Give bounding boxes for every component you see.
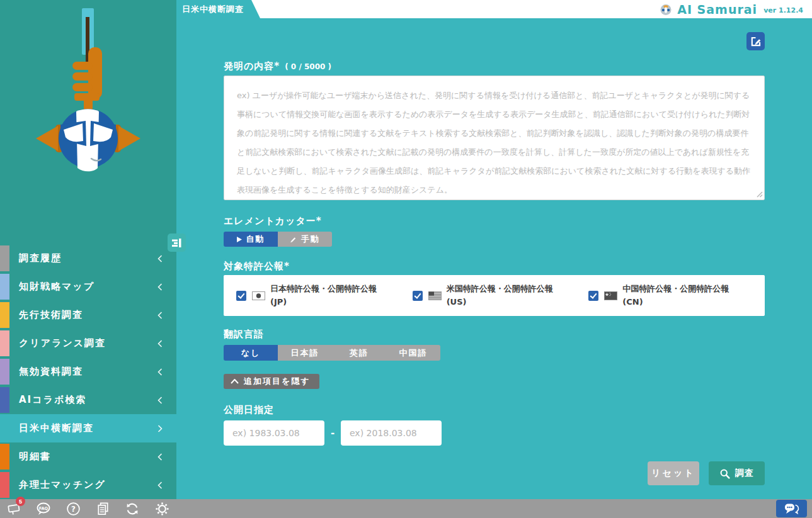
publication-option-cn[interactable]: 中国特許公報・公開特許公報 (CN) <box>588 283 765 308</box>
samurai-mascot-illustration <box>0 0 176 208</box>
sidebar-item-label: クリアランス調査 <box>19 337 106 349</box>
chat-support-button[interactable] <box>776 500 807 517</box>
chevron-left-icon <box>157 283 163 291</box>
publication-option-text: 米国特許公報・公開特許公報 (US) <box>447 283 553 308</box>
footer-bar: 5 FAQ ? <box>0 499 812 518</box>
target-publications-label: 対象特許公報* <box>224 261 290 272</box>
jp-flag-icon <box>252 291 265 300</box>
svg-text:?: ? <box>71 504 76 513</box>
active-page-tab[interactable]: 日米中横断調査 <box>176 0 260 18</box>
sidebar-item-attorney-matching[interactable]: 弁理士マッチング <box>0 471 176 499</box>
sidebar-item-ai-collab-search[interactable]: AIコラボ検索 <box>0 386 176 414</box>
element-cutter-toggle: 自動 手動 <box>224 232 765 247</box>
play-icon <box>237 237 242 242</box>
invention-section-header: 発明の内容*( 0 / 5000 ) <box>224 60 765 72</box>
element-cutter-auto-button[interactable]: 自動 <box>224 232 278 247</box>
translation-label: 翻訳言語 <box>224 329 264 340</box>
target-publications-section-header: 対象特許公報* <box>224 260 765 273</box>
us-flag-icon <box>428 291 442 300</box>
category-color-bar <box>0 415 9 441</box>
sidebar-item-invalidation-search[interactable]: 無効資料調査 <box>0 358 176 386</box>
chevron-right-icon <box>157 425 163 432</box>
category-color-bar <box>0 302 9 328</box>
edit-compose-icon <box>750 36 762 47</box>
jp-checkbox[interactable] <box>236 291 246 301</box>
sidebar-item-label: 弁理士マッチング <box>19 479 106 491</box>
collapse-menu-icon <box>171 238 182 248</box>
category-color-bar <box>0 359 9 385</box>
cn-checkbox[interactable] <box>588 291 598 301</box>
documents-icon <box>96 502 110 516</box>
translation-japanese-button[interactable]: 日本語 <box>278 345 332 361</box>
sidebar-item-label: 知財戦略マップ <box>19 281 94 293</box>
sidebar-item-prior-art-search[interactable]: 先行技術調査 <box>0 301 176 329</box>
search-button[interactable]: 調査 <box>709 461 765 485</box>
main-area: 日米中横断調査 AI Samurai ver 1.12.4 <box>176 0 812 499</box>
category-color-bar <box>0 472 9 498</box>
gear-icon <box>155 502 169 516</box>
category-color-bar <box>0 245 9 271</box>
sidebar-item-label: AIコラボ検索 <box>19 394 86 406</box>
date-to-input[interactable] <box>341 420 442 446</box>
chevron-left-icon <box>157 453 163 461</box>
sidebar-item-ip-strategy-map[interactable]: 知財戦略マップ <box>0 273 176 301</box>
help-button[interactable]: ? <box>66 501 81 516</box>
category-color-bar <box>0 387 9 413</box>
refresh-icon <box>125 502 140 516</box>
ai-samurai-logo-icon <box>660 3 672 16</box>
refresh-button[interactable] <box>125 501 140 516</box>
translation-chinese-button[interactable]: 中国語 <box>386 345 440 361</box>
sidebar-item-clearance-search[interactable]: クリアランス調査 <box>0 329 176 358</box>
element-cutter-manual-button[interactable]: 手動 <box>278 232 332 247</box>
sidebar-item-survey-history[interactable]: 調査履歴 <box>0 244 176 273</box>
sidebar-item-label: 無効資料調査 <box>19 366 83 378</box>
publication-option-us[interactable]: 米国特許公報・公開特許公報 (US) <box>413 283 589 308</box>
sidebar-collapse-button[interactable] <box>168 234 186 252</box>
sidebar-item-jp-us-cn-cross-search[interactable]: 日米中横断調査 <box>0 414 176 442</box>
chevron-left-icon <box>157 340 163 347</box>
notice-board-button[interactable]: 5 <box>6 501 21 516</box>
svg-text:FAQ: FAQ <box>39 505 49 510</box>
publication-date-range: - <box>224 420 765 446</box>
footer-icon-group: 5 FAQ ? <box>0 501 176 516</box>
faq-icon: FAQ <box>36 502 51 516</box>
help-icon: ? <box>66 502 81 516</box>
chevron-left-icon <box>157 368 163 376</box>
invention-textarea-wrap <box>224 76 765 200</box>
translation-english-button[interactable]: 英語 <box>332 345 386 361</box>
translation-none-button[interactable]: なし <box>224 345 278 361</box>
element-cutter-label: エレメントカッター* <box>224 215 322 227</box>
search-form: 発明の内容*( 0 / 5000 ) エレメントカッター* 自動 <box>176 18 812 499</box>
char-counter: ( 0 / 5000 ) <box>285 62 331 71</box>
documents-button[interactable] <box>95 501 110 516</box>
date-from-input[interactable] <box>224 420 324 446</box>
hide-extra-items-button[interactable]: 追加項目を隠す <box>224 374 319 389</box>
element-cutter-section-header: エレメントカッター* <box>224 215 765 227</box>
publication-date-section-header: 公開日指定 <box>224 403 765 416</box>
reset-button[interactable]: リセット <box>648 461 699 485</box>
sidebar-item-specification[interactable]: 明細書 <box>0 442 176 471</box>
invention-textarea[interactable] <box>224 76 765 200</box>
invention-label: 発明の内容*( 0 / 5000 ) <box>224 60 331 72</box>
publication-date-label: 公開日指定 <box>224 404 274 415</box>
compose-new-button[interactable] <box>746 32 765 50</box>
chevron-left-icon <box>157 397 163 404</box>
translation-section-header: 翻訳言語 <box>224 328 765 341</box>
category-color-bar <box>0 444 9 470</box>
pencil-icon <box>290 235 297 243</box>
publication-option-text: 日本特許公報・公開特許公報 (JP) <box>270 283 377 308</box>
translation-toggle: なし 日本語 英語 中国語 <box>224 345 765 361</box>
chevron-left-icon <box>157 481 163 489</box>
brand-name: AI Samurai <box>677 3 757 16</box>
category-color-bar <box>0 274 9 300</box>
us-checkbox[interactable] <box>413 291 423 301</box>
cn-flag-icon <box>604 291 617 300</box>
sidebar-item-label: 先行技術調査 <box>19 309 83 321</box>
faq-button[interactable]: FAQ <box>36 501 51 516</box>
brand-area: AI Samurai ver 1.12.4 <box>660 0 803 18</box>
sidebar-item-label: 明細書 <box>19 451 51 463</box>
publication-option-jp[interactable]: 日本特許公報・公開特許公報 (JP) <box>236 283 413 308</box>
settings-button[interactable] <box>154 501 169 516</box>
header-bar: 日米中横断調査 AI Samurai ver 1.12.4 <box>176 0 812 18</box>
sidebar: 調査履歴 知財戦略マップ 先行技術調査 クリアランス調査 無効資料調査 <box>0 0 176 499</box>
